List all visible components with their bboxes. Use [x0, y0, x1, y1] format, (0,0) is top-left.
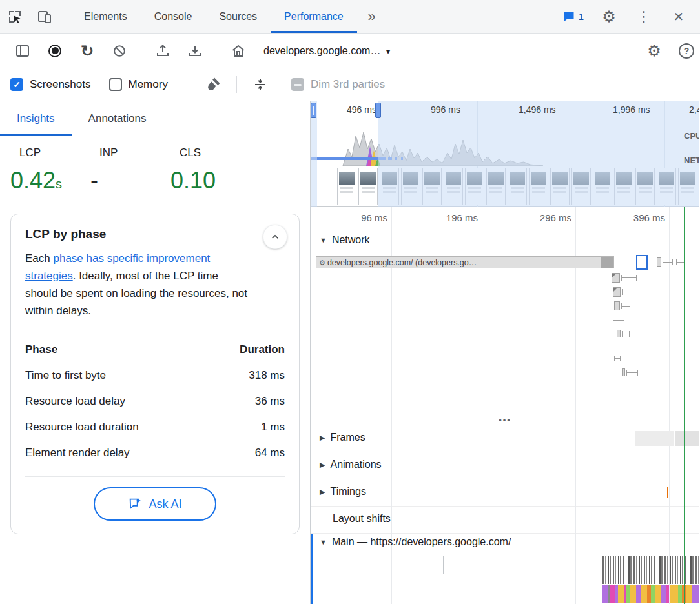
metric-inp: INP - [90, 146, 170, 194]
overview-window-left-handle[interactable] [311, 103, 316, 118]
phase-table-header: Phase Duration [25, 337, 285, 363]
divider [65, 8, 65, 25]
dim-3rd-parties-label: Dim 3rd parties [311, 78, 385, 91]
toggle-sidebar-icon[interactable] [6, 34, 39, 68]
overview-time-label: 1,496 ms [519, 105, 556, 115]
console-messages-button[interactable]: 1 [557, 10, 589, 23]
request-label: developers.google.com/ (developers.go… [327, 258, 477, 267]
frame-duration-block[interactable] [675, 431, 699, 446]
overview-dim-right [378, 101, 699, 207]
network-request-bar[interactable] [617, 330, 621, 337]
insights-sidebar: Insights Annotations LCP 0.42s INP - CLS… [0, 101, 311, 604]
screenshot-thumbnail[interactable] [337, 168, 356, 205]
check-icon: ✓ [13, 79, 21, 90]
selected-track-indicator [311, 534, 313, 604]
overview-time-label: 996 ms [431, 105, 460, 115]
network-request-bar[interactable] [613, 287, 621, 297]
collapse-triangle-icon: ▼ [320, 538, 327, 546]
overview-window-right-handle[interactable] [375, 103, 381, 118]
timing-marker[interactable] [667, 487, 668, 498]
performance-toolbar: ↻ developers.google.com… ▾ ⚙ ? [0, 34, 700, 68]
divider [25, 476, 285, 477]
page-select-value: developers.google.com… [263, 45, 380, 57]
card-title: LCP by phase [25, 227, 285, 241]
divider [236, 76, 237, 93]
screenshot-thumbnail[interactable] [316, 168, 335, 205]
message-bubble-icon [562, 10, 575, 23]
layout-shifts-track-header[interactable]: Layout shifts [311, 507, 699, 525]
collapse-triangle-icon: ▼ [320, 236, 327, 244]
tab-elements[interactable]: Elements [70, 0, 141, 33]
table-row: Resource load delay 36 ms [25, 388, 285, 414]
kebab-menu-icon[interactable]: ⋮ [629, 10, 659, 24]
sidebar-tabs: Insights Annotations [0, 101, 310, 136]
memory-checkbox[interactable] [109, 78, 122, 91]
page-select-dropdown[interactable]: developers.google.com… ▾ [254, 45, 399, 57]
record-button[interactable] [39, 34, 71, 68]
home-icon[interactable] [222, 34, 254, 68]
caret-down-icon: ▾ [386, 46, 390, 56]
metric-lcp: LCP 0.42s [10, 146, 90, 194]
memory-label[interactable]: Memory [129, 78, 168, 91]
overview-time-label: 1,996 ms [613, 105, 650, 115]
network-request-bar[interactable] [612, 273, 620, 283]
collect-garbage-icon[interactable] [201, 77, 225, 92]
net-row-label: NET [684, 156, 699, 165]
tabbar-spacer [387, 0, 557, 33]
performance-timeline: 496 ms 996 ms 1,496 ms 1,996 ms 2,496 ms… [311, 101, 699, 604]
ai-chat-icon [128, 497, 142, 511]
timeline-overview[interactable]: 496 ms 996 ms 1,496 ms 1,996 ms 2,496 ms… [311, 101, 699, 207]
screenshots-label[interactable]: Screenshots [30, 78, 91, 91]
load-profile-icon[interactable] [147, 34, 179, 68]
tab-annotations[interactable]: Annotations [72, 101, 163, 136]
screenshots-checkbox[interactable]: ✓ [10, 78, 23, 91]
network-request-main-document[interactable]: ⚙developers.google.com/ (developers.go… [316, 256, 614, 268]
ask-ai-button[interactable]: Ask AI [94, 487, 216, 521]
divider [25, 330, 285, 330]
capture-settings-gear-icon[interactable]: ⚙ [638, 34, 670, 68]
overview-time-label: 2,496 ms [689, 105, 699, 115]
tab-console[interactable]: Console [141, 0, 206, 33]
tab-sources[interactable]: Sources [205, 0, 271, 33]
screenshot-thumbnail[interactable] [358, 168, 378, 205]
collapse-sections-icon[interactable] [249, 77, 272, 92]
dim-3rd-parties-checkbox[interactable] [291, 78, 304, 91]
animations-track-header[interactable]: ▶ Animations [311, 452, 699, 470]
request-gear-icon: ⚙ [319, 259, 325, 267]
save-profile-icon[interactable] [179, 34, 211, 68]
lcp-marker-line [684, 207, 685, 604]
cpu-row-label: CPU [684, 131, 699, 141]
tab-insights[interactable]: Insights [0, 101, 72, 136]
card-description: Each phase has specific improvement stra… [25, 250, 250, 319]
network-overview-bar [311, 157, 386, 160]
devtools-tabbar: Elements Console Sources Performance » 1… [0, 0, 700, 34]
expand-triangle-icon: ▶ [320, 434, 325, 442]
record-icon [48, 45, 61, 57]
settings-gear-icon[interactable]: ⚙ [594, 9, 624, 25]
close-devtools-icon[interactable]: ✕ [664, 10, 694, 23]
timings-track-header[interactable]: ▶ Timings [311, 479, 699, 498]
reload-and-record-button[interactable]: ↻ [71, 34, 103, 68]
expand-triangle-icon: ▶ [320, 488, 325, 496]
frame-duration-block[interactable] [635, 431, 674, 446]
network-request-bar[interactable] [622, 368, 625, 376]
more-tabs-icon[interactable]: » [357, 0, 387, 33]
table-row: Element render delay 64 ms [25, 440, 285, 466]
help-icon[interactable]: ? [670, 34, 700, 68]
expand-triangle-icon: ▶ [320, 461, 325, 469]
network-request-bar[interactable] [657, 257, 661, 267]
inspect-element-icon[interactable] [0, 0, 30, 33]
metric-cls: CLS 0.10 [170, 146, 251, 194]
network-track-label: Network [332, 234, 370, 246]
network-request-bar[interactable] [614, 301, 620, 310]
network-track-header[interactable]: ▼ Network [311, 230, 699, 246]
table-row: Time to first byte 318 ms [25, 363, 285, 388]
clear-button[interactable] [103, 34, 136, 68]
main-thread-track-header[interactable]: ▼ Main — https://developers.google.com/ [311, 534, 699, 548]
device-toolbar-icon[interactable] [30, 0, 59, 33]
collapse-card-button[interactable] [263, 225, 287, 249]
tab-performance[interactable]: Performance [271, 0, 357, 33]
core-web-vitals-metrics: LCP 0.42s INP - CLS 0.10 [0, 136, 310, 210]
selected-request-outline[interactable] [636, 255, 648, 270]
chevron-up-icon [269, 230, 282, 243]
